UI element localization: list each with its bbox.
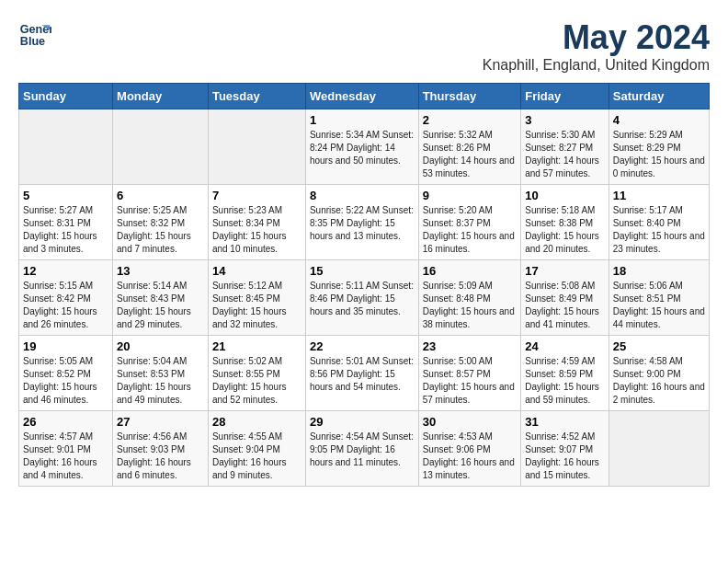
day-number: 15 xyxy=(310,264,415,278)
day-cell xyxy=(113,109,209,185)
day-number: 29 xyxy=(310,415,415,429)
day-info: Sunrise: 5:17 AM Sunset: 8:40 PM Dayligh… xyxy=(613,204,705,256)
day-number: 7 xyxy=(212,189,301,202)
day-cell: 21Sunrise: 5:02 AM Sunset: 8:55 PM Dayli… xyxy=(208,336,305,411)
day-info: Sunrise: 5:25 AM Sunset: 8:32 PM Dayligh… xyxy=(117,204,204,256)
day-cell: 20Sunrise: 5:04 AM Sunset: 8:53 PM Dayli… xyxy=(113,336,209,411)
day-cell: 11Sunrise: 5:17 AM Sunset: 8:40 PM Dayli… xyxy=(609,185,709,260)
day-cell: 6Sunrise: 5:25 AM Sunset: 8:32 PM Daylig… xyxy=(113,185,209,260)
day-info: Sunrise: 5:01 AM Sunset: 8:56 PM Dayligh… xyxy=(310,355,415,394)
day-cell: 10Sunrise: 5:18 AM Sunset: 8:38 PM Dayli… xyxy=(521,185,609,260)
day-info: Sunrise: 5:08 AM Sunset: 8:49 PM Dayligh… xyxy=(525,280,605,331)
col-header-monday: Monday xyxy=(113,84,209,109)
day-info: Sunrise: 4:55 AM Sunset: 9:04 PM Dayligh… xyxy=(212,431,301,482)
day-number: 20 xyxy=(117,339,204,353)
day-cell: 29Sunrise: 4:54 AM Sunset: 9:05 PM Dayli… xyxy=(305,411,418,487)
day-number: 21 xyxy=(212,339,301,353)
day-info: Sunrise: 5:34 AM Sunset: 8:24 PM Dayligh… xyxy=(310,129,415,167)
day-number: 11 xyxy=(613,189,705,202)
day-info: Sunrise: 5:15 AM Sunset: 8:42 PM Dayligh… xyxy=(23,280,108,331)
day-number: 28 xyxy=(212,415,301,429)
day-info: Sunrise: 5:05 AM Sunset: 8:52 PM Dayligh… xyxy=(23,355,108,407)
day-info: Sunrise: 5:23 AM Sunset: 8:34 PM Dayligh… xyxy=(212,204,301,256)
day-cell: 17Sunrise: 5:08 AM Sunset: 8:49 PM Dayli… xyxy=(521,260,609,336)
day-cell: 1Sunrise: 5:34 AM Sunset: 8:24 PM Daylig… xyxy=(305,109,418,185)
day-number: 25 xyxy=(613,339,705,353)
day-number: 19 xyxy=(23,339,108,353)
day-info: Sunrise: 4:59 AM Sunset: 8:59 PM Dayligh… xyxy=(525,355,605,407)
day-number: 24 xyxy=(525,339,605,353)
subtitle: Knaphill, England, United Kingdom xyxy=(483,57,710,74)
col-header-friday: Friday xyxy=(521,84,609,109)
day-cell xyxy=(609,411,709,487)
col-header-tuesday: Tuesday xyxy=(208,84,305,109)
day-info: Sunrise: 4:52 AM Sunset: 9:07 PM Dayligh… xyxy=(525,431,605,482)
title-area: May 2024 Knaphill, England, United Kingd… xyxy=(483,18,710,74)
day-number: 14 xyxy=(212,264,301,278)
day-number: 1 xyxy=(310,113,415,127)
day-number: 26 xyxy=(23,415,108,429)
day-cell: 2Sunrise: 5:32 AM Sunset: 8:26 PM Daylig… xyxy=(418,109,521,185)
day-number: 5 xyxy=(23,189,108,202)
week-row-5: 26Sunrise: 4:57 AM Sunset: 9:01 PM Dayli… xyxy=(19,411,710,487)
day-cell: 23Sunrise: 5:00 AM Sunset: 8:57 PM Dayli… xyxy=(418,336,521,411)
day-cell: 16Sunrise: 5:09 AM Sunset: 8:48 PM Dayli… xyxy=(418,260,521,336)
day-info: Sunrise: 4:56 AM Sunset: 9:03 PM Dayligh… xyxy=(117,431,204,482)
day-info: Sunrise: 4:57 AM Sunset: 9:01 PM Dayligh… xyxy=(23,431,108,482)
col-header-wednesday: Wednesday xyxy=(305,84,418,109)
col-header-saturday: Saturday xyxy=(609,84,709,109)
day-cell: 13Sunrise: 5:14 AM Sunset: 8:43 PM Dayli… xyxy=(113,260,209,336)
day-number: 4 xyxy=(613,113,705,127)
day-cell: 4Sunrise: 5:29 AM Sunset: 8:29 PM Daylig… xyxy=(609,109,709,185)
week-row-4: 19Sunrise: 5:05 AM Sunset: 8:52 PM Dayli… xyxy=(19,336,710,411)
day-number: 3 xyxy=(525,113,605,127)
day-number: 17 xyxy=(525,264,605,278)
calendar-table: SundayMondayTuesdayWednesdayThursdayFrid… xyxy=(18,83,710,487)
header-row: SundayMondayTuesdayWednesdayThursdayFrid… xyxy=(19,84,710,109)
day-number: 27 xyxy=(117,415,204,429)
day-info: Sunrise: 4:53 AM Sunset: 9:06 PM Dayligh… xyxy=(423,431,518,482)
day-info: Sunrise: 5:02 AM Sunset: 8:55 PM Dayligh… xyxy=(212,355,301,407)
day-cell: 14Sunrise: 5:12 AM Sunset: 8:45 PM Dayli… xyxy=(208,260,305,336)
day-number: 6 xyxy=(117,189,204,202)
day-number: 13 xyxy=(117,264,204,278)
day-info: Sunrise: 5:04 AM Sunset: 8:53 PM Dayligh… xyxy=(117,355,204,407)
day-cell: 19Sunrise: 5:05 AM Sunset: 8:52 PM Dayli… xyxy=(19,336,113,411)
day-info: Sunrise: 5:32 AM Sunset: 8:26 PM Dayligh… xyxy=(423,129,518,180)
svg-text:Blue: Blue xyxy=(20,35,45,48)
week-row-3: 12Sunrise: 5:15 AM Sunset: 8:42 PM Dayli… xyxy=(19,260,710,336)
day-info: Sunrise: 5:11 AM Sunset: 8:46 PM Dayligh… xyxy=(310,280,415,318)
day-info: Sunrise: 5:14 AM Sunset: 8:43 PM Dayligh… xyxy=(117,280,204,331)
day-cell: 3Sunrise: 5:30 AM Sunset: 8:27 PM Daylig… xyxy=(521,109,609,185)
day-number: 12 xyxy=(23,264,108,278)
day-cell: 15Sunrise: 5:11 AM Sunset: 8:46 PM Dayli… xyxy=(305,260,418,336)
day-cell xyxy=(19,109,113,185)
day-cell: 31Sunrise: 4:52 AM Sunset: 9:07 PM Dayli… xyxy=(521,411,609,487)
day-cell: 8Sunrise: 5:22 AM Sunset: 8:35 PM Daylig… xyxy=(305,185,418,260)
day-number: 10 xyxy=(525,189,605,202)
day-number: 16 xyxy=(423,264,518,278)
day-info: Sunrise: 5:20 AM Sunset: 8:37 PM Dayligh… xyxy=(423,204,518,256)
logo-icon: General Blue xyxy=(18,18,51,52)
week-row-2: 5Sunrise: 5:27 AM Sunset: 8:31 PM Daylig… xyxy=(19,185,710,260)
day-cell: 30Sunrise: 4:53 AM Sunset: 9:06 PM Dayli… xyxy=(418,411,521,487)
day-number: 9 xyxy=(423,189,518,202)
logo: General Blue xyxy=(18,18,51,52)
day-cell: 28Sunrise: 4:55 AM Sunset: 9:04 PM Dayli… xyxy=(208,411,305,487)
col-header-sunday: Sunday xyxy=(19,84,113,109)
day-number: 18 xyxy=(613,264,705,278)
day-info: Sunrise: 5:30 AM Sunset: 8:27 PM Dayligh… xyxy=(525,129,605,180)
day-info: Sunrise: 5:29 AM Sunset: 8:29 PM Dayligh… xyxy=(613,129,705,180)
day-info: Sunrise: 4:58 AM Sunset: 9:00 PM Dayligh… xyxy=(613,355,705,407)
col-header-thursday: Thursday xyxy=(418,84,521,109)
day-cell xyxy=(208,109,305,185)
day-number: 8 xyxy=(310,189,415,202)
day-cell: 27Sunrise: 4:56 AM Sunset: 9:03 PM Dayli… xyxy=(113,411,209,487)
day-number: 23 xyxy=(423,339,518,353)
day-number: 22 xyxy=(310,339,415,353)
day-cell: 22Sunrise: 5:01 AM Sunset: 8:56 PM Dayli… xyxy=(305,336,418,411)
day-info: Sunrise: 5:22 AM Sunset: 8:35 PM Dayligh… xyxy=(310,204,415,243)
day-info: Sunrise: 5:06 AM Sunset: 8:51 PM Dayligh… xyxy=(613,280,705,331)
day-info: Sunrise: 5:12 AM Sunset: 8:45 PM Dayligh… xyxy=(212,280,301,331)
day-cell: 24Sunrise: 4:59 AM Sunset: 8:59 PM Dayli… xyxy=(521,336,609,411)
